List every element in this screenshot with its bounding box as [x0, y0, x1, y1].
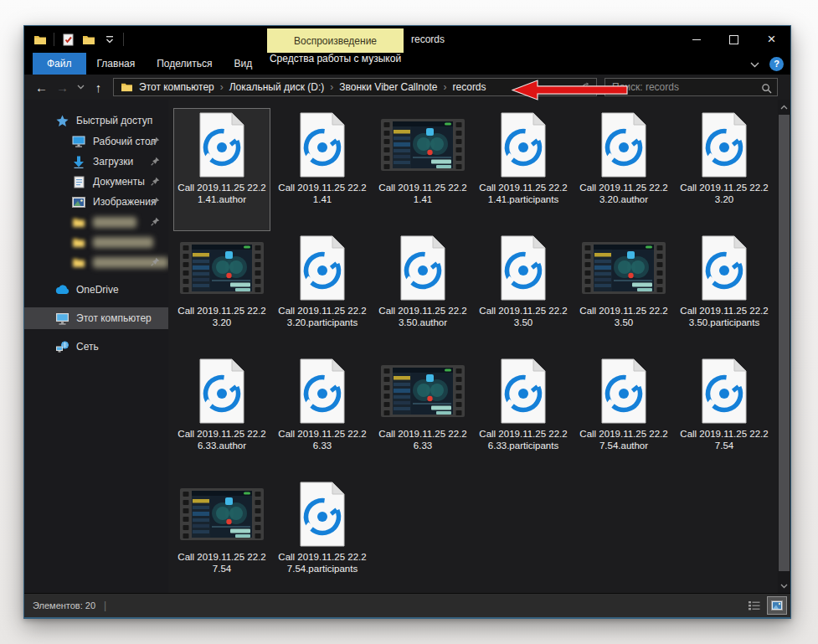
tab-file[interactable]: Файл [33, 53, 86, 75]
file-name: Call 2019.11.25 22.27.54 [677, 428, 771, 451]
minimize-icon [692, 39, 701, 40]
quick-access-star-icon [54, 115, 69, 127]
redacted-label [93, 217, 136, 228]
ribbon-collapse-chevron-icon[interactable] [750, 56, 759, 71]
audio-file-icon [598, 357, 650, 425]
file-name: Call 2019.11.25 22.21.41 [376, 182, 470, 205]
file-item[interactable]: Call 2019.11.25 22.21.41.author [173, 108, 270, 231]
crumb-separator-icon: › [440, 81, 451, 93]
sidebar-item-label: Загрузки [93, 156, 133, 167]
sidebar-item-label: OneDrive [76, 284, 119, 296]
file-name: Call 2019.11.25 22.23.20.participants [275, 305, 369, 328]
back-button[interactable]: ← [31, 77, 52, 97]
customize-quick-access-button[interactable] [102, 33, 117, 46]
file-name: Call 2019.11.25 22.21.41.author [175, 182, 269, 205]
file-list-area[interactable]: Call 2019.11.25 22.21.41.authorCall 2019… [168, 100, 778, 593]
sidebar-item-network[interactable]: Сеть [24, 336, 168, 358]
forward-button[interactable]: → [52, 77, 73, 97]
file-item[interactable]: Call 2019.11.25 22.23.20 [676, 108, 773, 231]
file-item[interactable]: Call 2019.11.25 22.26.33.author [173, 354, 270, 477]
audio-file-icon [296, 111, 348, 179]
scrollbar-thumb[interactable] [779, 115, 790, 571]
audio-file-icon [598, 111, 650, 179]
audio-file-icon [397, 234, 449, 302]
file-item[interactable]: Call 2019.11.25 22.27.54.author [575, 354, 672, 477]
recent-locations-chevron-icon[interactable] [73, 77, 88, 97]
tab-music-tools[interactable]: Средства работы с музыкой [267, 53, 404, 64]
audio-file-icon [296, 234, 348, 302]
audio-file-icon [698, 357, 750, 425]
sidebar-item-pictures[interactable]: Изображения [24, 192, 168, 212]
crumb-separator-icon: › [326, 81, 337, 93]
file-name: Call 2019.11.25 22.23.50.author [376, 305, 470, 328]
sidebar-item-redacted[interactable] [24, 232, 168, 252]
vertical-scrollbar[interactable] [778, 100, 790, 593]
file-item[interactable]: Call 2019.11.25 22.27.54.participants [274, 477, 371, 600]
file-item[interactable]: Call 2019.11.25 22.23.50 [575, 231, 672, 354]
sidebar-item-label: Документы [93, 176, 145, 188]
sidebar-item-redacted[interactable] [24, 212, 168, 232]
properties-button[interactable] [60, 33, 75, 46]
video-file-icon [381, 357, 465, 425]
file-item[interactable]: Call 2019.11.25 22.21.41 [274, 108, 371, 231]
file-item[interactable]: Call 2019.11.25 22.27.54 [676, 354, 773, 477]
new-folder-button[interactable] [81, 33, 96, 46]
tab-view[interactable]: Вид [223, 53, 263, 75]
pictures-icon [71, 197, 86, 208]
file-name: Call 2019.11.25 22.23.50 [476, 305, 570, 328]
window-controls: × [677, 26, 790, 53]
sidebar-item-desktop[interactable]: Рабочий стол [24, 131, 168, 152]
ribbon-tab-row: Файл Главная Поделиться Вид Средства раб… [24, 53, 790, 75]
breadcrumb-segment[interactable]: Этот компьютер [137, 81, 216, 93]
file-item[interactable]: Call 2019.11.25 22.21.41.participants [475, 108, 572, 231]
file-item[interactable]: Call 2019.11.25 22.27.54 [173, 477, 270, 600]
audio-file-icon [296, 480, 348, 549]
file-item[interactable]: Call 2019.11.25 22.23.50.participants [676, 231, 773, 354]
help-button[interactable]: ? [769, 57, 784, 71]
breadcrumb-segment[interactable]: Звонки Viber Callnote [337, 81, 439, 93]
file-item[interactable]: Call 2019.11.25 22.23.20.participants [274, 231, 371, 354]
maximize-button[interactable] [715, 26, 753, 53]
sidebar-item-label: Быстрый доступ [76, 115, 152, 126]
crumb-separator-icon: › [216, 81, 228, 93]
file-item[interactable]: Call 2019.11.25 22.23.50 [475, 231, 572, 354]
address-bar[interactable]: Этот компьютер›Локальный диск (D:)›Звонк… [113, 78, 597, 96]
file-item[interactable]: Call 2019.11.25 22.26.33.participants [475, 354, 572, 477]
file-item[interactable]: Call 2019.11.25 22.26.33 [374, 354, 471, 477]
sidebar-item-label: Сеть [76, 341, 99, 353]
close-button[interactable]: × [753, 26, 790, 53]
sidebar-item-downloads[interactable]: Загрузки [24, 152, 168, 172]
documents-icon [71, 176, 86, 188]
refresh-icon[interactable] [581, 81, 592, 96]
breadcrumb-segment[interactable]: Локальный диск (D:) [228, 81, 327, 93]
sidebar-item-documents[interactable]: Документы [24, 172, 168, 192]
file-item[interactable]: Call 2019.11.25 22.26.33 [274, 354, 371, 477]
file-item[interactable]: Call 2019.11.25 22.23.50.author [374, 231, 471, 354]
search-box[interactable] [604, 78, 778, 96]
file-item[interactable]: Call 2019.11.25 22.23.20 [173, 231, 270, 354]
computer-icon [54, 312, 69, 325]
tab-home[interactable]: Главная [86, 53, 147, 75]
sidebar-item-quick-access-star[interactable]: Быстрый доступ [24, 110, 168, 131]
file-name: Call 2019.11.25 22.26.33.participants [476, 428, 570, 451]
minimize-button[interactable] [677, 26, 715, 53]
maximize-icon [729, 35, 738, 44]
file-name: Call 2019.11.25 22.23.50 [577, 305, 671, 328]
scroll-down-icon[interactable] [778, 580, 790, 592]
up-button[interactable]: ↑ [88, 77, 109, 97]
file-name: Call 2019.11.25 22.23.50.participants [677, 305, 771, 328]
contextual-tab-group-header[interactable]: Воспроизведение [267, 28, 404, 53]
sidebar-item-computer[interactable]: Этот компьютер [24, 307, 168, 329]
search-input[interactable] [605, 79, 777, 95]
sidebar-item-redacted[interactable] [24, 252, 168, 272]
audio-file-icon [196, 357, 248, 425]
scroll-up-icon[interactable] [778, 100, 790, 113]
file-item[interactable]: Call 2019.11.25 22.23.20.author [575, 108, 672, 231]
file-item[interactable]: Call 2019.11.25 22.21.41 [374, 108, 471, 231]
tab-share[interactable]: Поделиться [146, 53, 223, 75]
breadcrumb-segment[interactable]: records [451, 81, 488, 93]
window-title: records [411, 26, 445, 53]
sidebar-item-label: Изображения [93, 196, 156, 208]
sidebar-item-onedrive[interactable]: OneDrive [24, 279, 168, 301]
qat-separator [54, 33, 54, 46]
